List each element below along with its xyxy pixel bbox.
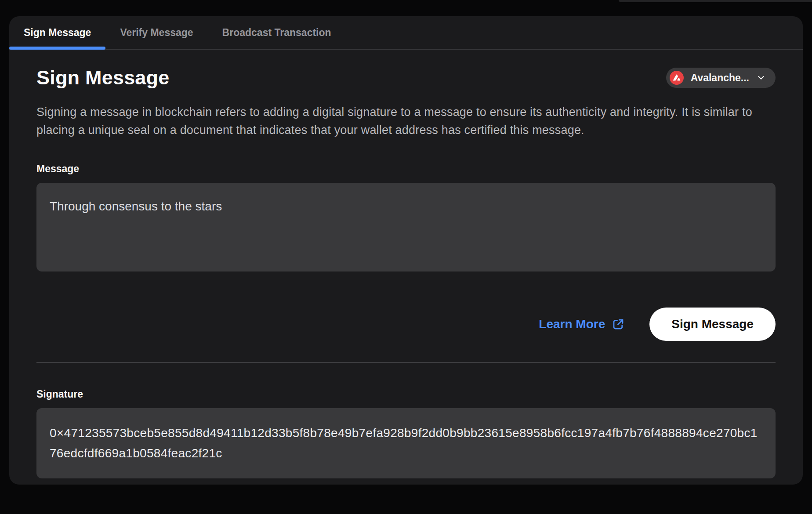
tab-verify-message[interactable]: Verify Message bbox=[105, 16, 207, 49]
chevron-down-icon bbox=[756, 73, 766, 83]
tab-broadcast-transaction[interactable]: Broadcast Transaction bbox=[208, 16, 346, 49]
avalanche-logo-icon bbox=[670, 71, 684, 85]
section-divider bbox=[36, 362, 776, 363]
message-input[interactable]: Through consensus to the stars bbox=[36, 183, 776, 271]
tab-verify-message-label: Verify Message bbox=[120, 27, 193, 39]
page-description: Signing a message in blockchain refers t… bbox=[36, 103, 776, 139]
top-right-window-strip bbox=[619, 0, 812, 2]
tab-sign-message[interactable]: Sign Message bbox=[9, 16, 105, 49]
learn-more-link[interactable]: Learn More bbox=[539, 317, 625, 331]
learn-more-label: Learn More bbox=[539, 317, 605, 331]
header-row: Sign Message Avalanche... bbox=[36, 66, 776, 89]
message-label: Message bbox=[36, 163, 776, 175]
external-link-icon bbox=[612, 318, 625, 331]
signature-label: Signature bbox=[36, 388, 776, 400]
sign-message-card: Sign Message Verify Message Broadcast Tr… bbox=[9, 16, 803, 485]
actions-row: Learn More Sign Message bbox=[36, 308, 776, 341]
network-selector[interactable]: Avalanche... bbox=[666, 68, 776, 88]
active-tab-indicator bbox=[9, 47, 105, 50]
sign-message-button[interactable]: Sign Message bbox=[649, 308, 776, 341]
tab-broadcast-transaction-label: Broadcast Transaction bbox=[222, 27, 331, 39]
tab-sign-message-label: Sign Message bbox=[24, 27, 91, 39]
tab-panel-sign-message: Sign Message Avalanche... Signing a bbox=[9, 66, 803, 478]
network-selector-label: Avalanche... bbox=[691, 72, 749, 84]
signature-value: 0×471235573bceb5e855d8d49411b12d33b5f8b7… bbox=[36, 408, 776, 478]
tab-bar: Sign Message Verify Message Broadcast Tr… bbox=[9, 16, 803, 50]
page-title: Sign Message bbox=[36, 66, 170, 89]
